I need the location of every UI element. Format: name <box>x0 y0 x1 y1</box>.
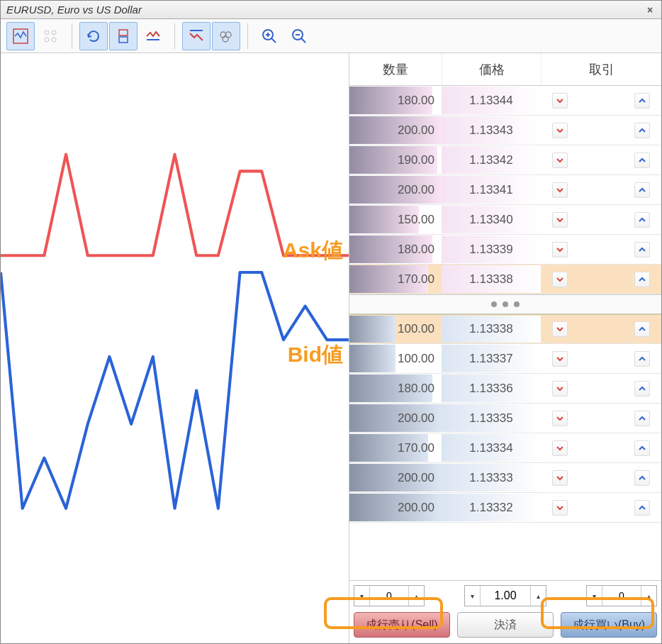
increment-icon[interactable]: ▴ <box>408 586 424 606</box>
header-price: 価格 <box>442 53 541 85</box>
price-value: 1.13333 <box>469 471 512 485</box>
chevron-up-icon[interactable] <box>634 242 650 257</box>
chevron-down-icon[interactable] <box>552 212 568 228</box>
qty-value: 200.00 <box>398 183 434 197</box>
price-value: 1.13338 <box>469 272 512 287</box>
tp-input[interactable]: ▾ ▴ <box>586 585 657 606</box>
qty-value: 100.00 <box>398 322 434 336</box>
buy-button[interactable]: 成行買い(Buy) <box>561 612 657 638</box>
dom-ask-row: 190.00 1.13342 <box>349 145 661 175</box>
qty-value: 150.00 <box>398 213 434 227</box>
dom-ask-row: 150.00 1.13340 <box>349 205 661 235</box>
svg-point-4 <box>52 38 56 42</box>
chevron-down-icon[interactable] <box>552 321 568 337</box>
chevron-down-icon[interactable] <box>552 470 568 486</box>
sl-field[interactable] <box>370 586 408 606</box>
chevron-down-icon[interactable] <box>552 351 568 367</box>
svg-rect-6 <box>119 37 128 43</box>
tp-field[interactable] <box>602 586 641 606</box>
chevron-down-icon[interactable] <box>552 411 568 426</box>
zoom-in-button[interactable] <box>255 22 284 50</box>
chevron-down-icon[interactable] <box>552 152 568 168</box>
grid-button <box>36 22 64 50</box>
chevron-down-icon[interactable] <box>552 500 568 516</box>
qty-value: 180.00 <box>398 243 434 257</box>
price-value: 1.13340 <box>469 213 512 227</box>
histogram-button[interactable] <box>212 22 240 50</box>
close-position-button[interactable]: 決済 <box>457 612 554 638</box>
chevron-down-icon[interactable] <box>552 440 568 456</box>
tick-chart-button[interactable] <box>6 22 35 50</box>
chevron-up-icon[interactable] <box>634 351 650 367</box>
spread-button[interactable] <box>139 22 167 50</box>
dom-bid-row: 100.00 1.13337 <box>349 344 661 374</box>
price-value: 1.13338 <box>469 322 512 336</box>
increment-icon[interactable]: ▴ <box>530 586 546 606</box>
qty-value: 180.00 <box>398 382 434 396</box>
price-value: 1.13344 <box>469 94 512 108</box>
chevron-up-icon[interactable] <box>634 440 650 456</box>
dom-separator <box>349 294 661 314</box>
toolbar <box>1 19 661 53</box>
decrement-icon[interactable]: ▾ <box>354 586 370 606</box>
sell-button[interactable]: 成行売り(Sell) <box>354 612 450 638</box>
price-value: 1.13334 <box>469 441 512 455</box>
qty-value: 100.00 <box>398 352 434 366</box>
qty-value: 200.00 <box>398 411 434 426</box>
trading-dom-window: EURUSD, Euro vs US Dollar × <box>0 0 662 644</box>
chevron-up-icon[interactable] <box>634 381 650 396</box>
increment-icon[interactable]: ▴ <box>641 586 656 606</box>
price-value: 1.13337 <box>469 352 512 366</box>
svg-point-2 <box>52 30 56 35</box>
dom-header: 数量 価格 取引 <box>349 53 661 86</box>
chevron-up-icon[interactable] <box>634 470 650 486</box>
chevron-down-icon[interactable] <box>552 242 568 257</box>
decrement-icon[interactable]: ▾ <box>587 586 602 606</box>
chevron-up-icon[interactable] <box>634 152 650 168</box>
title-bar: EURUSD, Euro vs US Dollar × <box>1 1 661 19</box>
line-chart-button[interactable] <box>182 22 211 50</box>
price-value: 1.13341 <box>469 183 512 197</box>
chevron-up-icon[interactable] <box>634 321 650 337</box>
chevron-down-icon[interactable] <box>552 93 568 109</box>
chevron-down-icon[interactable] <box>552 272 568 287</box>
chevron-up-icon[interactable] <box>634 123 650 138</box>
lot-input[interactable]: ▾ ▴ <box>464 585 546 606</box>
sl-input[interactable]: ▾ ▴ <box>354 585 425 606</box>
price-value: 1.13332 <box>469 501 512 515</box>
dom-ask-row: 170.00 1.13338 <box>349 265 661 294</box>
refresh-button[interactable] <box>79 22 108 50</box>
dom-bid-row: 180.00 1.13336 <box>349 374 661 404</box>
svg-rect-5 <box>119 30 128 35</box>
chevron-up-icon[interactable] <box>634 272 650 287</box>
svg-line-13 <box>271 38 276 43</box>
dom-bid-row: 200.00 1.13333 <box>349 463 661 493</box>
chevron-down-icon[interactable] <box>552 123 568 138</box>
close-icon[interactable]: × <box>644 4 656 16</box>
chevron-up-icon[interactable] <box>634 411 650 426</box>
zoom-out-button[interactable] <box>285 22 313 50</box>
chevron-down-icon[interactable] <box>552 381 568 396</box>
chevron-down-icon[interactable] <box>552 182 568 198</box>
dom-ask-row: 200.00 1.13343 <box>349 116 661 145</box>
decrement-icon[interactable]: ▾ <box>465 586 481 606</box>
lot-field[interactable] <box>481 586 530 606</box>
qty-value: 200.00 <box>398 501 434 515</box>
chevron-up-icon[interactable] <box>634 93 650 109</box>
chevron-up-icon[interactable] <box>634 182 650 198</box>
qty-value: 170.00 <box>398 272 434 287</box>
price-value: 1.13342 <box>469 153 512 167</box>
price-value: 1.13339 <box>469 243 512 257</box>
dom-ask-row: 180.00 1.13339 <box>349 235 661 265</box>
chevron-up-icon[interactable] <box>634 500 650 516</box>
dom-bid-row: 170.00 1.13334 <box>349 433 661 463</box>
svg-point-1 <box>45 30 49 35</box>
qty-value: 200.00 <box>398 123 434 138</box>
depth-of-market: 数量 価格 取引 180.00 1.13344 200.00 1.13343 1… <box>349 53 661 643</box>
dom-ask-row: 200.00 1.13341 <box>349 175 661 205</box>
depth-button[interactable] <box>109 22 138 50</box>
chevron-up-icon[interactable] <box>634 212 650 228</box>
price-value: 1.13336 <box>469 382 512 396</box>
header-quantity: 数量 <box>349 53 442 85</box>
price-value: 1.13343 <box>469 123 512 138</box>
